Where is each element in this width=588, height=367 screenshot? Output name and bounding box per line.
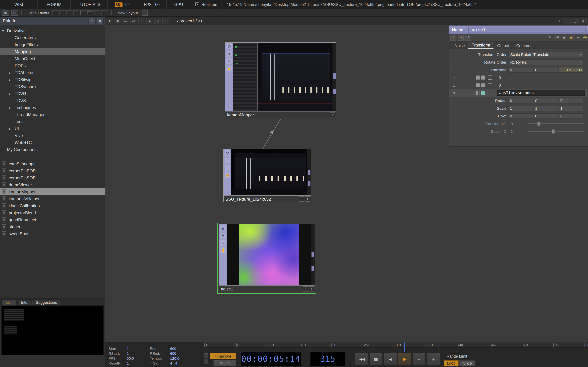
help-page-icon[interactable]: ? xyxy=(458,35,464,40)
gpu-indicator[interactable]: GPU xyxy=(167,0,191,9)
pane-layout-preset[interactable] xyxy=(73,10,79,15)
search-icon[interactable]: ⊕ xyxy=(154,18,161,24)
tab-noise[interactable]: Noise xyxy=(451,43,468,49)
component-sweetspot[interactable]: ◉sweetSpot xyxy=(0,230,105,237)
timeline-ruler[interactable]: 1 51 101 151 201 251 301 351 401 451 501… xyxy=(204,342,588,348)
node-kantanmapper[interactable]: ◎ ϟ × ☝ kantanMapper xyxy=(225,42,336,118)
timeline-range-bar[interactable] xyxy=(204,348,588,352)
pane-layout-preset[interactable] xyxy=(101,10,107,15)
help-icon[interactable]: ? xyxy=(450,35,456,40)
component-cornerpinpop[interactable]: ◉cornerPinPOP xyxy=(0,167,105,175)
translate-x-field[interactable]: 0 xyxy=(509,67,533,73)
export-checkbox[interactable] xyxy=(488,91,492,95)
component-kantanmapper[interactable]: ◉kantanMapper xyxy=(0,188,105,195)
pick-flag-icon[interactable]: ☝ xyxy=(220,248,226,253)
bookmark-star-icon[interactable]: ★ xyxy=(146,18,153,24)
palette-help-button[interactable]: ? xyxy=(88,18,95,24)
node-name-bar[interactable]: kantanMapper + xyxy=(225,111,336,118)
add-icon[interactable]: + xyxy=(575,35,581,40)
viewer-flag-icon[interactable]: ◎ xyxy=(220,225,226,231)
pane-layout-preset[interactable] xyxy=(87,10,93,15)
mode-expression-box[interactable] xyxy=(481,91,485,95)
field-value[interactable]: 60.0 xyxy=(127,356,150,361)
node-add-button[interactable]: + xyxy=(309,286,314,292)
pick-flag-icon[interactable]: ☝ xyxy=(226,66,232,71)
tree-item-threadmanager[interactable]: ThreadManager xyxy=(0,111,105,118)
tree-item-mapping[interactable]: Mapping xyxy=(0,48,105,55)
menu-forum[interactable]: FORUM xyxy=(38,0,71,9)
field-value[interactable]: 4 4 xyxy=(170,361,202,366)
bypass-flag-icon[interactable]: → xyxy=(220,240,226,246)
tz-expression-field[interactable]: absTime.seconds xyxy=(497,90,585,96)
rotate-x-field[interactable]: 0 xyxy=(509,98,533,103)
decrement-button[interactable]: - xyxy=(412,353,426,365)
pane-layout-preset[interactable] xyxy=(94,10,100,15)
back-icon[interactable]: ⇦ xyxy=(122,18,129,24)
increment-button[interactable]: + xyxy=(427,353,440,365)
save-icon[interactable]: ⊟ xyxy=(568,35,574,40)
playhead[interactable] xyxy=(404,342,405,352)
output-connector[interactable] xyxy=(311,266,314,271)
component-kantanuvhelper[interactable]: ◉kantanUVHelper xyxy=(0,195,105,202)
palette-close-button[interactable]: × xyxy=(97,18,104,24)
tree-item-ui[interactable]: ▸UI xyxy=(0,125,105,132)
close-flag-icon[interactable]: × xyxy=(226,58,232,64)
rotate-order-menu[interactable]: Rx Ry Rz ▾ xyxy=(509,59,583,65)
pivot-x-field[interactable]: 0 xyxy=(509,113,533,119)
scale-z-field[interactable]: 1 xyxy=(559,106,583,111)
chevron-right-icon[interactable]: ▸ xyxy=(9,106,13,109)
pane-layout-preset[interactable] xyxy=(80,10,86,15)
tree-item-generators[interactable]: Generators xyxy=(0,34,105,41)
viewer-flag-icon[interactable]: ◎ xyxy=(226,44,232,49)
field-value[interactable]: 1 xyxy=(127,361,150,366)
mode-constant-box[interactable] xyxy=(476,83,480,87)
tab-common[interactable]: Common xyxy=(513,43,536,49)
comment-icon[interactable]: ✉ xyxy=(554,35,560,40)
breadcrumb[interactable]: / project1 / >> xyxy=(177,18,203,23)
chevron-right-icon[interactable]: ▸ xyxy=(9,92,13,96)
output-connector[interactable] xyxy=(311,252,314,257)
rotate-y-field[interactable]: 0 xyxy=(534,98,558,103)
add-icon[interactable]: + xyxy=(138,18,145,24)
split-window-icon[interactable]: ⊡ xyxy=(571,18,579,24)
node-add-button[interactable]: + xyxy=(305,196,310,202)
loop-button[interactable]: Loop xyxy=(444,360,458,366)
op-name-field[interactable]: noise1 xyxy=(468,26,586,33)
export-checkbox[interactable] xyxy=(488,83,492,87)
tab-output[interactable]: Output xyxy=(494,43,513,49)
pane-layout-preset[interactable] xyxy=(66,10,72,15)
tree-item-tdableton[interactable]: ▸TDAbleton xyxy=(0,69,105,76)
field-value[interactable]: 600 xyxy=(170,346,202,351)
bar-button[interactable]: I xyxy=(204,359,208,364)
window-icon[interactable]: □ xyxy=(563,18,571,24)
spiral-icon[interactable]: ◎ xyxy=(582,35,588,40)
timecode-mode-button[interactable]: Timecode xyxy=(210,353,236,359)
menu-tutorials[interactable]: TUTORIALS xyxy=(71,0,108,9)
pivot-y-field[interactable]: 0 xyxy=(534,113,558,119)
tab-transform[interactable]: Transform xyxy=(468,42,494,49)
output-connector[interactable] xyxy=(308,181,311,186)
translate-4d-value[interactable]: 0 xyxy=(509,122,528,126)
grid-icon[interactable]: ⊞ xyxy=(562,35,567,40)
image-tool-icon[interactable]: ⊞ xyxy=(2,10,9,16)
pane-layout-preset[interactable] xyxy=(59,10,65,15)
monitor-tool-icon[interactable]: ⊟ xyxy=(11,10,18,16)
realtime-checkbox-icon[interactable]: ✕ xyxy=(196,2,199,6)
output-connector[interactable] xyxy=(308,170,311,175)
pause-button[interactable]: ▮▮ xyxy=(369,353,382,365)
realtime-toggle[interactable]: ✕ Realtime xyxy=(191,0,222,9)
mode-expression-box[interactable] xyxy=(481,83,485,87)
export-checkbox[interactable] xyxy=(488,75,492,80)
translate-z-field[interactable]: 1195.183 xyxy=(559,67,583,73)
viewer-flag-icon[interactable]: ◎ xyxy=(225,150,230,156)
parameter-header[interactable]: Noise noise1 xyxy=(449,25,588,34)
scale-4d-value[interactable]: 1 xyxy=(509,129,528,133)
play-button[interactable]: ▶ xyxy=(398,353,411,365)
component-stoner[interactable]: ◉stoner xyxy=(0,223,105,230)
beats-mode-button[interactable]: Beats xyxy=(214,360,236,366)
tree-item-pops[interactable]: POPs xyxy=(0,62,105,69)
rotate-z-field[interactable]: 0 xyxy=(559,98,583,103)
oi-indicator[interactable]: O|I 60 xyxy=(108,0,137,9)
channel-value[interactable]: 0 xyxy=(499,75,501,80)
transform-order-menu[interactable]: Scale Rotate Translate ▾ xyxy=(509,52,583,57)
